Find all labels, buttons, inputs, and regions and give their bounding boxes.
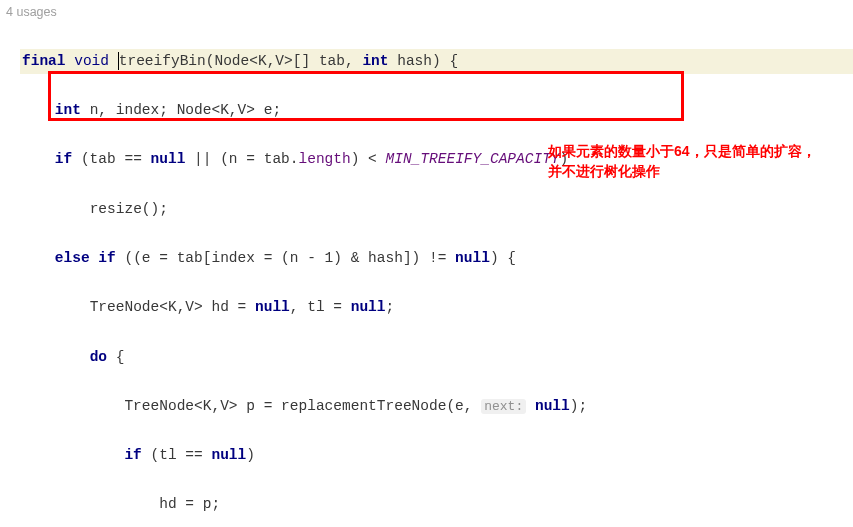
text: ; xyxy=(386,299,395,315)
keyword-if: if xyxy=(55,151,72,167)
text: , tl = xyxy=(290,299,342,315)
text: n, index; xyxy=(90,102,168,118)
keyword-null: null xyxy=(255,299,290,315)
code-line: resize(); xyxy=(20,197,853,222)
annotation-line2: 并不进行树化操作 xyxy=(548,161,816,181)
text: ); xyxy=(570,398,587,414)
text: || (n = tab. xyxy=(194,151,298,167)
type-params: <K,V> xyxy=(159,299,203,315)
keyword-null: null xyxy=(151,151,186,167)
keyword-int: int xyxy=(362,53,388,69)
type-params: <K,V> xyxy=(249,53,293,69)
param-hint: next: xyxy=(481,399,526,414)
annotation-line1: 如果元素的数量小于64，只是简单的扩容， xyxy=(548,141,816,161)
text: e; xyxy=(264,102,281,118)
text: [] tab, xyxy=(293,53,354,69)
keyword-null: null xyxy=(455,250,490,266)
keyword-int: int xyxy=(55,102,81,118)
code-line: hd = p; xyxy=(20,492,853,517)
type-node: Node xyxy=(177,102,212,118)
type-treenode: TreeNode xyxy=(90,299,160,315)
annotation-text: 如果元素的数量小于64，只是简单的扩容， 并不进行树化操作 xyxy=(548,141,816,182)
keyword-final: final xyxy=(22,53,66,69)
method-signature-line: final void treeifyBin(Node<K,V>[] tab, i… xyxy=(20,49,853,74)
keyword-elseif: else if xyxy=(55,250,116,266)
text: hd = xyxy=(211,299,246,315)
code-line: TreeNode<K,V> hd = null, tl = null; xyxy=(20,295,853,320)
keyword-do: do xyxy=(90,349,107,365)
type-params: <K,V> xyxy=(194,398,238,414)
code-line: if (tl == null) xyxy=(20,443,853,468)
text: ((e = tab[index = (n - 1) & hash]) != xyxy=(124,250,446,266)
type-treenode: TreeNode xyxy=(124,398,194,414)
text: hd = p; xyxy=(159,496,220,512)
keyword-null: null xyxy=(211,447,246,463)
text: p = replacementTreeNode(e, xyxy=(246,398,472,414)
code-line: int n, index; Node<K,V> e; xyxy=(20,98,853,123)
code-line: else if ((e = tab[index = (n - 1) & hash… xyxy=(20,246,853,271)
text: (tab == xyxy=(81,151,142,167)
text: { xyxy=(116,349,125,365)
text: ) xyxy=(246,447,255,463)
constant: MIN_TREEIFY_CAPACITY xyxy=(386,151,560,167)
field-length: length xyxy=(298,151,350,167)
usages-hint: 4 usages xyxy=(0,0,853,24)
keyword-void: void xyxy=(74,53,109,69)
text: ) { xyxy=(490,250,516,266)
type-params: <K,V> xyxy=(211,102,255,118)
text: resize(); xyxy=(90,201,168,217)
keyword-if: if xyxy=(124,447,141,463)
keyword-null: null xyxy=(535,398,570,414)
text: (tl == xyxy=(151,447,203,463)
code-line: do { xyxy=(20,345,853,370)
text: hash) { xyxy=(397,53,458,69)
type-node: Node xyxy=(214,53,249,69)
method-name: treeifyBin xyxy=(119,53,206,69)
text: ) < xyxy=(351,151,377,167)
keyword-null: null xyxy=(351,299,386,315)
code-block: final void treeifyBin(Node<K,V>[] tab, i… xyxy=(0,24,853,527)
code-line: TreeNode<K,V> p = replacementTreeNode(e,… xyxy=(20,394,853,419)
